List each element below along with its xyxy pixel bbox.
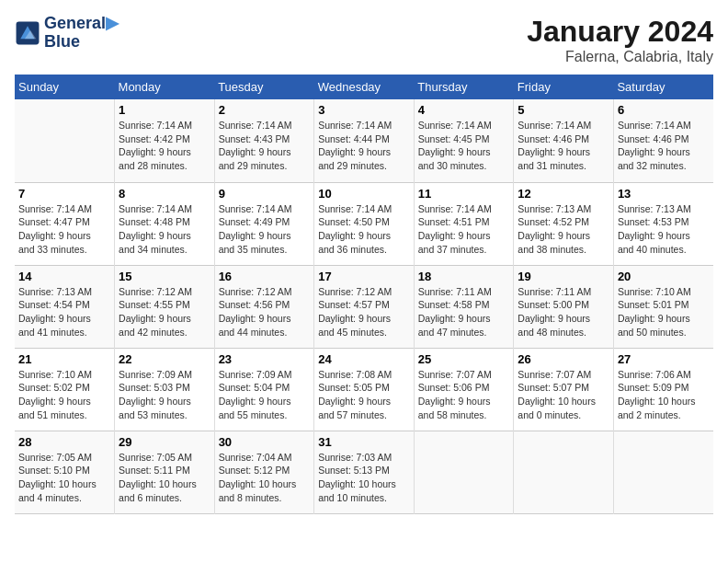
calendar-cell: 8Sunrise: 7:14 AM Sunset: 4:48 PM Daylig… [115, 182, 215, 265]
calendar-cell [613, 431, 713, 513]
calendar-cell: 3Sunrise: 7:14 AM Sunset: 4:44 PM Daylig… [314, 99, 415, 182]
day-number: 23 [219, 352, 311, 366]
header-day-sunday: Sunday [15, 75, 115, 99]
day-number: 18 [418, 270, 510, 283]
day-number: 10 [318, 187, 410, 201]
day-number: 16 [219, 270, 311, 283]
day-info: Sunrise: 7:07 AM Sunset: 5:07 PM Dayligh… [518, 368, 609, 422]
day-number: 27 [618, 352, 710, 366]
day-number: 21 [18, 352, 110, 366]
calendar-cell: 29Sunrise: 7:05 AM Sunset: 5:11 PM Dayli… [115, 431, 215, 513]
day-info: Sunrise: 7:10 AM Sunset: 5:02 PM Dayligh… [18, 368, 110, 422]
calendar-cell: 16Sunrise: 7:12 AM Sunset: 4:56 PM Dayli… [214, 265, 314, 348]
day-number: 4 [418, 103, 510, 117]
day-info: Sunrise: 7:12 AM Sunset: 4:57 PM Dayligh… [318, 285, 410, 339]
calendar-cell: 23Sunrise: 7:09 AM Sunset: 5:04 PM Dayli… [214, 348, 314, 431]
main-title: January 2024 [527, 15, 713, 49]
day-number: 22 [119, 352, 210, 366]
day-number: 17 [318, 270, 410, 283]
calendar-cell: 10Sunrise: 7:14 AM Sunset: 4:50 PM Dayli… [314, 182, 415, 265]
day-info: Sunrise: 7:13 AM Sunset: 4:54 PM Dayligh… [18, 285, 110, 339]
day-info: Sunrise: 7:14 AM Sunset: 4:45 PM Dayligh… [418, 119, 510, 173]
calendar-cell [414, 431, 514, 513]
calendar-cell: 14Sunrise: 7:13 AM Sunset: 4:54 PM Dayli… [15, 265, 115, 348]
day-number: 3 [318, 103, 410, 117]
calendar-cell: 27Sunrise: 7:06 AM Sunset: 5:09 PM Dayli… [613, 348, 713, 431]
header-day-saturday: Saturday [613, 75, 713, 99]
logo-icon [15, 20, 40, 46]
calendar-cell: 18Sunrise: 7:11 AM Sunset: 4:58 PM Dayli… [414, 265, 514, 348]
day-number: 8 [119, 187, 210, 201]
week-row-4: 21Sunrise: 7:10 AM Sunset: 5:02 PM Dayli… [15, 348, 713, 431]
day-number: 1 [119, 103, 210, 117]
day-number: 12 [518, 187, 609, 201]
calendar-cell: 11Sunrise: 7:14 AM Sunset: 4:51 PM Dayli… [414, 182, 514, 265]
calendar-cell [15, 99, 115, 182]
day-info: Sunrise: 7:05 AM Sunset: 5:10 PM Dayligh… [18, 451, 110, 505]
calendar-table: SundayMondayTuesdayWednesdayThursdayFrid… [15, 75, 713, 514]
title-area: January 2024 Falerna, Calabria, Italy [527, 15, 713, 65]
calendar-cell: 9Sunrise: 7:14 AM Sunset: 4:49 PM Daylig… [214, 182, 314, 265]
day-info: Sunrise: 7:04 AM Sunset: 5:12 PM Dayligh… [219, 451, 311, 505]
day-info: Sunrise: 7:13 AM Sunset: 4:52 PM Dayligh… [518, 202, 609, 257]
day-number: 14 [18, 270, 110, 283]
day-info: Sunrise: 7:05 AM Sunset: 5:11 PM Dayligh… [119, 451, 210, 505]
header-day-thursday: Thursday [414, 75, 514, 99]
header-day-tuesday: Tuesday [214, 75, 314, 99]
day-info: Sunrise: 7:14 AM Sunset: 4:44 PM Dayligh… [318, 119, 410, 173]
calendar-cell: 24Sunrise: 7:08 AM Sunset: 5:05 PM Dayli… [314, 348, 415, 431]
header-day-wednesday: Wednesday [314, 75, 415, 99]
day-number: 30 [219, 435, 311, 449]
calendar-cell: 5Sunrise: 7:14 AM Sunset: 4:46 PM Daylig… [514, 99, 614, 182]
day-number: 28 [18, 435, 110, 449]
day-info: Sunrise: 7:14 AM Sunset: 4:42 PM Dayligh… [119, 119, 210, 173]
day-number: 15 [119, 270, 210, 283]
day-info: Sunrise: 7:13 AM Sunset: 4:53 PM Dayligh… [618, 202, 710, 257]
calendar-cell: 19Sunrise: 7:11 AM Sunset: 5:00 PM Dayli… [514, 265, 614, 348]
logo: General▶ Blue [15, 15, 119, 52]
calendar-cell: 7Sunrise: 7:14 AM Sunset: 4:47 PM Daylig… [15, 182, 115, 265]
day-number: 20 [618, 270, 710, 283]
week-row-2: 7Sunrise: 7:14 AM Sunset: 4:47 PM Daylig… [15, 182, 713, 265]
day-number: 24 [318, 352, 410, 366]
day-number: 2 [219, 103, 311, 117]
day-info: Sunrise: 7:14 AM Sunset: 4:48 PM Dayligh… [119, 202, 210, 257]
subtitle: Falerna, Calabria, Italy [527, 49, 713, 65]
calendar-cell: 31Sunrise: 7:03 AM Sunset: 5:13 PM Dayli… [314, 431, 415, 513]
day-info: Sunrise: 7:11 AM Sunset: 5:00 PM Dayligh… [518, 285, 609, 339]
day-number: 31 [318, 435, 410, 449]
calendar-cell: 28Sunrise: 7:05 AM Sunset: 5:10 PM Dayli… [15, 431, 115, 513]
header-day-friday: Friday [514, 75, 614, 99]
day-info: Sunrise: 7:14 AM Sunset: 4:49 PM Dayligh… [219, 202, 311, 257]
calendar-cell: 26Sunrise: 7:07 AM Sunset: 5:07 PM Dayli… [514, 348, 614, 431]
calendar-header-row: SundayMondayTuesdayWednesdayThursdayFrid… [15, 75, 713, 99]
day-info: Sunrise: 7:14 AM Sunset: 4:46 PM Dayligh… [618, 119, 710, 173]
day-number: 6 [618, 103, 710, 117]
calendar-cell [514, 431, 614, 513]
day-number: 7 [18, 187, 110, 201]
day-number: 13 [618, 187, 710, 201]
calendar-cell: 13Sunrise: 7:13 AM Sunset: 4:53 PM Dayli… [613, 182, 713, 265]
calendar-cell: 4Sunrise: 7:14 AM Sunset: 4:45 PM Daylig… [414, 99, 514, 182]
calendar-cell: 20Sunrise: 7:10 AM Sunset: 5:01 PM Dayli… [613, 265, 713, 348]
day-number: 25 [418, 352, 510, 366]
day-info: Sunrise: 7:12 AM Sunset: 4:55 PM Dayligh… [119, 285, 210, 339]
day-info: Sunrise: 7:03 AM Sunset: 5:13 PM Dayligh… [318, 451, 410, 505]
week-row-5: 28Sunrise: 7:05 AM Sunset: 5:10 PM Dayli… [15, 431, 713, 513]
calendar-cell: 30Sunrise: 7:04 AM Sunset: 5:12 PM Dayli… [214, 431, 314, 513]
week-row-1: 1Sunrise: 7:14 AM Sunset: 4:42 PM Daylig… [15, 99, 713, 182]
header-day-monday: Monday [115, 75, 215, 99]
day-number: 19 [518, 270, 609, 283]
calendar-cell: 21Sunrise: 7:10 AM Sunset: 5:02 PM Dayli… [15, 348, 115, 431]
day-info: Sunrise: 7:14 AM Sunset: 4:46 PM Dayligh… [518, 119, 609, 173]
day-info: Sunrise: 7:09 AM Sunset: 5:03 PM Dayligh… [119, 368, 210, 422]
day-info: Sunrise: 7:09 AM Sunset: 5:04 PM Dayligh… [219, 368, 311, 422]
day-info: Sunrise: 7:14 AM Sunset: 4:50 PM Dayligh… [318, 202, 410, 257]
day-info: Sunrise: 7:10 AM Sunset: 5:01 PM Dayligh… [618, 285, 710, 339]
day-number: 5 [518, 103, 609, 117]
day-info: Sunrise: 7:14 AM Sunset: 4:43 PM Dayligh… [219, 119, 311, 173]
calendar-body: 1Sunrise: 7:14 AM Sunset: 4:42 PM Daylig… [15, 99, 713, 513]
calendar-cell: 2Sunrise: 7:14 AM Sunset: 4:43 PM Daylig… [214, 99, 314, 182]
calendar-cell: 25Sunrise: 7:07 AM Sunset: 5:06 PM Dayli… [414, 348, 514, 431]
day-info: Sunrise: 7:11 AM Sunset: 4:58 PM Dayligh… [418, 285, 510, 339]
